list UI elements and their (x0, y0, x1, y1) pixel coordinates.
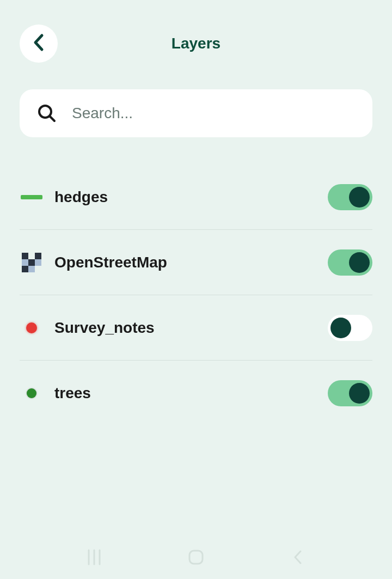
layer-toggle-hedges[interactable] (328, 184, 372, 210)
layer-trees-icon (20, 381, 44, 405)
android-recents-button[interactable] (83, 546, 105, 568)
search-box[interactable] (20, 89, 372, 137)
layer-row-openstreetmap[interactable]: OpenStreetMap (20, 230, 372, 295)
search-container (20, 89, 372, 137)
layer-label: hedges (54, 188, 328, 206)
search-icon (37, 103, 57, 123)
svg-rect-5 (189, 551, 203, 564)
layer-toggle-survey-notes[interactable] (328, 315, 372, 341)
layer-label: Survey_notes (54, 319, 328, 337)
search-input[interactable] (72, 105, 355, 122)
layer-hedges-icon (20, 185, 44, 209)
android-nav-bar (0, 535, 392, 579)
page-title: Layers (171, 35, 220, 52)
layer-row-hedges[interactable]: hedges (20, 164, 372, 230)
layer-label: OpenStreetMap (54, 254, 328, 271)
layer-row-trees[interactable]: trees (20, 361, 372, 426)
header: Layers (0, 0, 392, 65)
chevron-left-icon (32, 33, 45, 54)
svg-line-1 (50, 117, 54, 121)
android-home-button[interactable] (185, 546, 207, 568)
layer-survey-icon (20, 316, 44, 340)
layer-toggle-openstreetmap[interactable] (328, 249, 372, 276)
layer-toggle-trees[interactable] (328, 380, 372, 406)
layer-label: trees (54, 385, 328, 402)
android-back-button[interactable] (287, 546, 309, 568)
layer-row-survey-notes[interactable]: Survey_notes (20, 295, 372, 361)
back-button[interactable] (20, 25, 58, 63)
layers-list: hedges OpenStreetMap Survey_notes (0, 164, 392, 426)
layer-osm-icon (20, 251, 44, 275)
